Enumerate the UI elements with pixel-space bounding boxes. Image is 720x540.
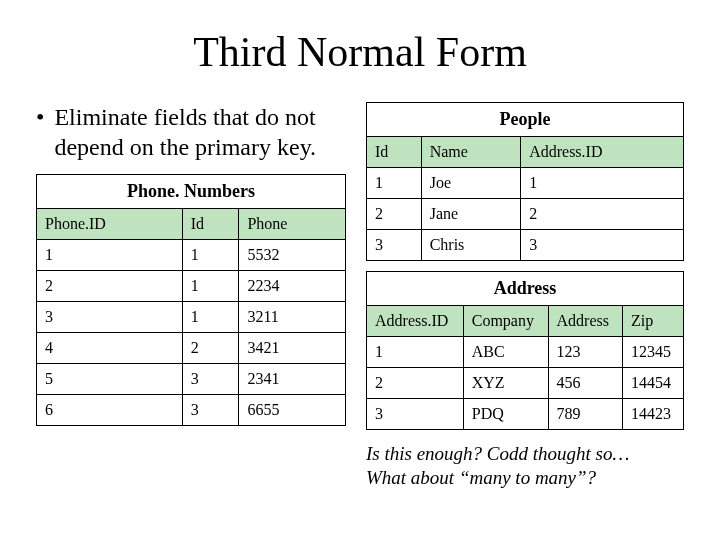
col-header: Id xyxy=(182,209,239,240)
table-row: 2Jane2 xyxy=(367,199,684,230)
bullet-item: • Eliminate fields that do not depend on… xyxy=(36,102,346,162)
table-row: 115532 xyxy=(37,240,346,271)
table-row: 313211 xyxy=(37,302,346,333)
footnote-line: What about “many to many”? xyxy=(366,466,684,490)
col-header: Company xyxy=(463,306,548,337)
table-row: 212234 xyxy=(37,271,346,302)
page-title: Third Normal Form xyxy=(36,28,684,76)
table-row: Address.ID Company Address Zip xyxy=(367,306,684,337)
col-header: Phone.ID xyxy=(37,209,183,240)
table-row: 3Chris3 xyxy=(367,230,684,261)
bullet-text: Eliminate fields that do not depend on t… xyxy=(54,102,346,162)
footnote-line: Is this enough? Codd thought so… xyxy=(366,442,684,466)
col-header: Address xyxy=(548,306,622,337)
col-header: Name xyxy=(421,137,521,168)
table-row: 1ABC12312345 xyxy=(367,337,684,368)
table-row: 532341 xyxy=(37,364,346,395)
col-header: Address.ID xyxy=(367,306,464,337)
table-row: 1Joe1 xyxy=(367,168,684,199)
address-table: Address Address.ID Company Address Zip 1… xyxy=(366,271,684,430)
table-row: 423421 xyxy=(37,333,346,364)
table-row: 636655 xyxy=(37,395,346,426)
table-row: Phone.ID Id Phone xyxy=(37,209,346,240)
col-header: Zip xyxy=(622,306,683,337)
table-row: Id Name Address.ID xyxy=(367,137,684,168)
bullet-dot-icon: • xyxy=(36,102,44,162)
table-row: 3PDQ78914423 xyxy=(367,399,684,430)
people-caption: People xyxy=(367,103,684,137)
col-header: Id xyxy=(367,137,422,168)
address-caption: Address xyxy=(367,272,684,306)
table-row: 2XYZ45614454 xyxy=(367,368,684,399)
phone-numbers-table: Phone. Numbers Phone.ID Id Phone 115532 … xyxy=(36,174,346,426)
col-header: Phone xyxy=(239,209,346,240)
people-table: People Id Name Address.ID 1Joe1 2Jane2 3… xyxy=(366,102,684,261)
footnote: Is this enough? Codd thought so… What ab… xyxy=(366,442,684,490)
col-header: Address.ID xyxy=(521,137,684,168)
phone-caption: Phone. Numbers xyxy=(37,175,346,209)
